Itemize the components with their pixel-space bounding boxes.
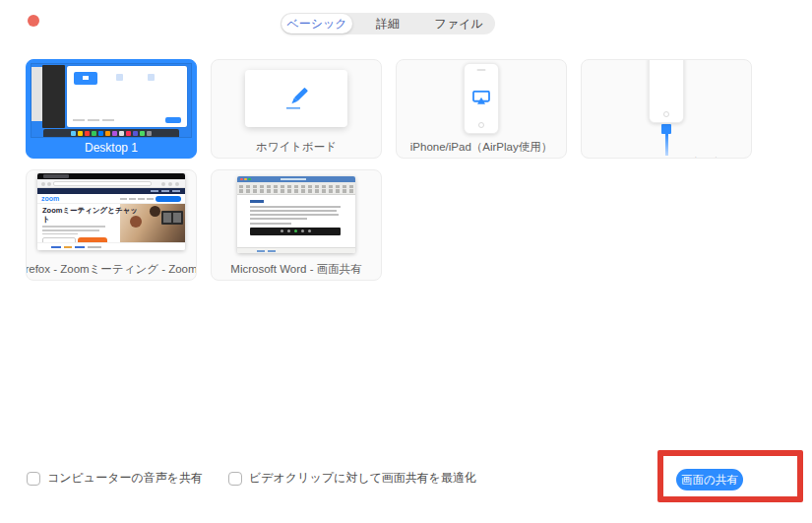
doc-heading — [250, 200, 264, 203]
phone-home-button — [663, 111, 669, 117]
zoom-logo: zoom — [41, 194, 59, 204]
signup-cta-mini — [78, 237, 107, 242]
doc-image-strip — [250, 228, 341, 235]
mini-icon — [116, 74, 123, 81]
word-status-bar — [237, 247, 355, 253]
mini-dock — [43, 129, 179, 137]
tile-label: ホワイトボード — [256, 137, 337, 158]
optimize-video-option[interactable]: ビデオクリップに対して画面共有を最適化 — [228, 470, 476, 487]
tile-label: Firefox - Zoomミーティング - Zoom... — [26, 259, 197, 280]
tile-label: Desktop 1 — [85, 137, 138, 158]
signup-button-mini — [156, 196, 181, 202]
mini-share-dialog — [67, 66, 187, 127]
site-hero: Zoomミーティングとチャッ ト — [37, 204, 185, 242]
share-sound-checkbox[interactable] — [27, 472, 40, 486]
tile-word-window[interactable]: Microsoft Word - 画面共有 — [211, 169, 382, 281]
tab-advanced[interactable]: 詳細 — [352, 14, 423, 33]
monitor-in-photo — [161, 211, 183, 225]
hero-headline: ト — [42, 216, 120, 225]
tile-label: Microsoft Word - 画面共有 — [230, 259, 361, 280]
word-title-bar — [237, 176, 355, 182]
optimize-video-checkbox[interactable] — [228, 472, 242, 486]
optimize-video-label: ビデオクリップに対して画面共有を最適化 — [249, 470, 476, 487]
mini-window-fragment — [31, 67, 42, 121]
firefox-window-thumbnail: zoom Zoomミーティングとチャッ ト — [37, 173, 185, 250]
tile-firefox-window[interactable]: zoom Zoomミーティングとチャッ ト — [26, 169, 197, 281]
email-input-mini — [42, 237, 76, 242]
close-window-button[interactable] — [28, 15, 39, 27]
word-window-thumbnail — [237, 176, 355, 253]
hero-text-lines — [42, 226, 120, 234]
desktop-screenshot — [31, 64, 191, 137]
phone-speaker — [477, 69, 486, 71]
tile-desktop-1[interactable]: Desktop 1 — [26, 59, 197, 159]
tile-label: iPhone/iPad（AirPlay使用） — [410, 137, 552, 158]
footer-options: コンピューターの音声を共有 ビデオクリップに対して画面共有を最適化 — [27, 470, 476, 487]
tile-whiteboard[interactable]: ホワイトボード — [211, 59, 382, 159]
whiteboard-card — [245, 70, 347, 127]
mini-icon — [148, 74, 155, 81]
pencil-icon — [283, 87, 309, 110]
cable-plug — [661, 124, 671, 134]
desktop1-thumbnail — [27, 60, 196, 137]
tile-iphone-airplay[interactable]: iPhone/iPad（AirPlay使用） — [396, 59, 567, 159]
share-type-tabs: ベーシック 詳細 ファイル — [281, 13, 495, 34]
iphone-cable-icon — [649, 59, 684, 156]
phone-home-button — [478, 122, 484, 128]
iphone-icon — [464, 63, 499, 134]
screen-share-icon — [472, 91, 490, 105]
cable-line — [665, 134, 668, 156]
iphone-icon — [649, 59, 684, 123]
tab-basic[interactable]: ベーシック — [281, 14, 352, 33]
url-bar — [53, 181, 152, 186]
site-nav-bar: zoom — [37, 194, 185, 204]
browser-toolbar — [37, 179, 185, 188]
tile-label: iPhone/iPad（ケーブル使用） — [591, 156, 743, 159]
word-document — [237, 195, 355, 247]
mini-selected-tile — [74, 72, 97, 85]
site-links-row — [37, 242, 185, 250]
share-screen-button[interactable]: 画面の共有 — [676, 469, 743, 490]
mini-dark-window — [42, 65, 65, 128]
tab-files[interactable]: ファイル — [423, 14, 494, 33]
tile-iphone-cable[interactable]: iPhone/iPad（ケーブル使用） — [581, 59, 752, 159]
share-sound-option[interactable]: コンピューターの音声を共有 — [27, 470, 203, 487]
word-ribbon — [237, 182, 355, 195]
phone-speaker — [662, 59, 671, 60]
share-sound-label: コンピューターの音声を共有 — [47, 470, 203, 487]
hero-headline: Zoomミーティングとチャッ — [42, 207, 120, 216]
mini-footer-bar — [73, 116, 181, 124]
